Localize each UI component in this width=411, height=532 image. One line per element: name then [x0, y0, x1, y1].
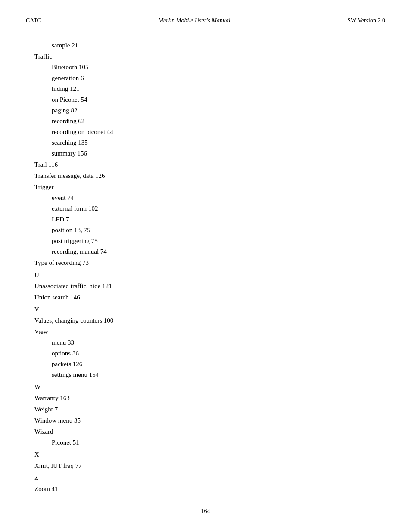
index-content: sample 21TrafficBluetooth 105generation …: [26, 40, 385, 494]
header-right: SW Version 2.0: [347, 17, 385, 24]
index-entry: Warranty 163: [34, 393, 385, 403]
page-container: CATC Merlin Mobile User's Manual SW Vers…: [0, 0, 411, 532]
page-number: 164: [201, 508, 210, 514]
index-entry: paging 82: [34, 105, 385, 115]
index-entry: hiding 121: [34, 84, 385, 94]
index-entry: recording on piconet 44: [34, 127, 385, 137]
index-entry: on Piconet 54: [34, 94, 385, 105]
index-entry: Piconet 51: [34, 437, 385, 448]
index-entry: options 36: [34, 348, 385, 358]
index-entry: position 18, 75: [34, 225, 385, 235]
index-entry: Xmit, IUT freq 77: [34, 460, 385, 471]
index-entry: recording 62: [34, 116, 385, 126]
index-entry: Transfer message, data 126: [34, 171, 385, 181]
index-entry: X: [34, 449, 385, 460]
index-entry: generation 6: [34, 73, 385, 83]
index-entry: sample 21: [34, 40, 385, 50]
page-header: CATC Merlin Mobile User's Manual SW Vers…: [26, 17, 385, 27]
index-entry: Traffic: [34, 51, 385, 62]
header-left: CATC: [26, 17, 41, 24]
index-entry: U: [34, 270, 385, 280]
index-entry: Unassociated traffic, hide 121: [34, 281, 385, 291]
index-entry: searching 135: [34, 137, 385, 148]
header-center: Merlin Mobile User's Manual: [158, 17, 230, 24]
index-entry: Z: [34, 473, 385, 483]
index-entry: View: [34, 327, 385, 337]
index-entry: Trigger: [34, 182, 385, 192]
index-entry: post triggering 75: [34, 236, 385, 246]
index-entry: event 74: [34, 193, 385, 203]
index-entry: external form 102: [34, 203, 385, 214]
index-entry: Trail 116: [34, 159, 385, 170]
page-footer: 164: [0, 508, 411, 515]
index-entry: Wizard: [34, 426, 385, 437]
index-entry: Weight 7: [34, 404, 385, 414]
index-entry: W: [34, 382, 385, 392]
index-entry: menu 33: [34, 337, 385, 348]
index-entry: recording, manual 74: [34, 246, 385, 257]
index-entry: Values, changing counters 100: [34, 315, 385, 326]
index-entry: packets 126: [34, 359, 385, 369]
index-entry: Union search 146: [34, 292, 385, 302]
index-entry: Bluetooth 105: [34, 62, 385, 72]
index-entry: LED 7: [34, 214, 385, 224]
index-entry: settings menu 154: [34, 370, 385, 380]
index-entry: V: [34, 304, 385, 314]
index-entry: Type of recording 73: [34, 258, 385, 268]
index-entry: Zoom 41: [34, 484, 385, 494]
index-entry: summary 156: [34, 148, 385, 159]
index-entry: Window menu 35: [34, 415, 385, 426]
